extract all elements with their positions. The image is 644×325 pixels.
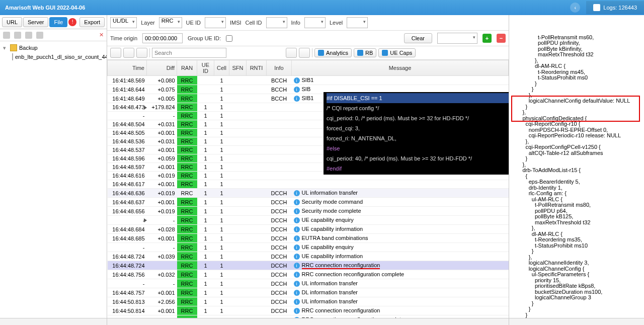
message-text: RRC connection reconfiguration — [302, 307, 380, 313]
message-text: UE capability enquiry — [302, 217, 354, 223]
layer-select[interactable]: RRC — [159, 17, 182, 28]
tree-file[interactable]: enb_lte_pucch1_dl_siso_sr_count_44.log — [3, 52, 104, 61]
prev-icon[interactable] — [123, 48, 134, 58]
level-select[interactable] — [347, 17, 368, 28]
table-row[interactable]: 16:44:50.813+2.056RRC11DCCHiUL informati… — [108, 297, 509, 306]
info-icon: i — [294, 96, 300, 102]
folder-icon — [10, 44, 17, 51]
next-icon[interactable] — [136, 48, 147, 58]
sidebar-hscroll[interactable] — [0, 318, 107, 325]
table-row[interactable]: --RRC11DCCHiUE capability enquiry — [108, 243, 509, 252]
message-text: EUTRA band combinations — [302, 235, 368, 241]
nav-fwd-icon[interactable] — [14, 32, 21, 39]
message-text: SIB — [302, 86, 311, 92]
preset-select[interactable] — [437, 33, 477, 44]
uecaps-button[interactable]: UE Caps — [378, 48, 416, 57]
filter-icon[interactable] — [286, 48, 297, 58]
info-icon: i — [294, 190, 300, 196]
col-header[interactable]: Time — [108, 60, 147, 76]
col-header[interactable]: UE ID — [197, 60, 214, 76]
message-text: UL information transfer — [302, 280, 358, 286]
close-icon[interactable]: ✕ — [99, 32, 104, 38]
cellid-label: Cell ID — [246, 20, 262, 26]
table-row[interactable]: 16:44:48.724RRC11DCCHiRRC connection rec… — [108, 261, 509, 270]
col-header[interactable]: SFN — [229, 60, 247, 76]
nav-back-icon[interactable] — [3, 32, 10, 39]
table-row[interactable]: 16:44:48.685+0.001RRC11DCCHiEUTRA band c… — [108, 234, 509, 243]
expand-icon[interactable]: ▾ — [3, 45, 8, 51]
detail-hscroll[interactable] — [509, 318, 644, 325]
table-row[interactable]: 16:44:50.814+0.001RRC11DCCHiRRC connecti… — [108, 306, 509, 315]
time-origin-input[interactable] — [142, 33, 183, 43]
message-text: UE capability information — [302, 253, 363, 259]
table-row[interactable]: 16:44:48.656+0.019RRC11DCCHiSecurity mod… — [108, 207, 509, 216]
info-icon: i — [294, 199, 300, 205]
table-row[interactable]: 16:44:48.636+0.019RRC11DCCHiUL informati… — [108, 189, 509, 198]
remove-button[interactable]: − — [497, 34, 506, 43]
table-row[interactable]: 16:44:48.684+0.028RRC11DCCHiUE capabilit… — [108, 225, 509, 234]
refresh-icon[interactable] — [36, 32, 43, 39]
col-header[interactable]: Message — [292, 60, 509, 76]
alert-icon[interactable]: ! — [68, 18, 76, 26]
col-header[interactable]: RAN — [177, 60, 197, 76]
info-label: Info — [291, 20, 300, 26]
clear-button[interactable]: Clear — [404, 33, 432, 43]
logs-tab[interactable]: Logs: 126443 — [586, 1, 644, 14]
col-header[interactable]: Info — [267, 60, 292, 76]
grid-hscroll[interactable] — [107, 318, 509, 325]
add-button[interactable]: + — [482, 34, 492, 43]
info-icon: i — [294, 217, 300, 223]
server-tab[interactable]: Server — [23, 17, 48, 27]
reload-icon[interactable] — [110, 48, 121, 58]
ueid-select[interactable] — [205, 17, 226, 28]
ueid-label: UE ID — [186, 20, 201, 26]
info-icon: i — [294, 263, 300, 269]
table-row[interactable]: --RRC11DCCHiUE capability enquiry — [108, 216, 509, 225]
log-grid[interactable]: TimeDiffRANUE IDCellSFNRNTIInfoMessage 1… — [107, 60, 509, 318]
highlight-box — [511, 96, 640, 122]
uldl-select[interactable]: UL/DL — [110, 17, 137, 28]
info-select[interactable] — [304, 17, 326, 28]
info-icon: i — [294, 254, 300, 260]
info-icon: i — [294, 87, 300, 93]
message-text: Security mode complete — [302, 208, 361, 214]
folder-label: Backup — [19, 45, 38, 51]
code-overlay: #if DISABLE_CSI == 1 /* CQI report confi… — [324, 92, 509, 175]
col-header[interactable]: Diff — [147, 60, 177, 76]
table-row[interactable]: --RRC11DCCHiUL information transfer — [108, 279, 509, 288]
export-button[interactable]: Export — [79, 17, 105, 27]
info-icon: i — [294, 226, 300, 232]
nav-up-icon[interactable] — [25, 32, 32, 39]
rb-button[interactable]: RB — [354, 48, 376, 57]
collapse-sidebar-button[interactable]: ‹ — [570, 3, 580, 13]
message-text: SIB1 — [302, 77, 314, 83]
tree-folder[interactable]: ▾ Backup — [3, 43, 104, 52]
rb-icon — [357, 50, 363, 56]
detail-text[interactable]: t-PollRetransmit ms60, pollPDU pInfinity… — [509, 15, 644, 318]
cellid-select[interactable] — [266, 17, 287, 28]
analytics-button[interactable]: Analytics — [314, 48, 352, 57]
table-row[interactable]: 16:44:48.756+0.032RRC11DCCHiRRC connecti… — [108, 270, 509, 279]
col-header[interactable]: RNTI — [247, 60, 267, 76]
layer-label: Layer — [141, 20, 155, 26]
col-header[interactable]: Cell — [214, 60, 229, 76]
table-row[interactable]: 16:41:48.569+0.080RRC1BCCHiSIB1 — [108, 76, 509, 85]
table-row[interactable]: 16:44:48.724+0.039RRC11DCCHiUE capabilit… — [108, 252, 509, 261]
table-row[interactable]: 16:44:50.829+0.015RRC11DCCHiRRC connecti… — [108, 315, 509, 318]
imsi-label: IMSI — [230, 20, 242, 26]
level-label: Level — [330, 20, 343, 26]
info-icon: i — [294, 281, 300, 287]
message-text: UL information transfer — [302, 190, 358, 196]
file-label: enb_lte_pucch1_dl_siso_sr_count_44.log — [15, 54, 107, 60]
table-row[interactable]: 16:44:48.617+0.001RRC11 — [108, 180, 509, 189]
filter2-icon[interactable] — [299, 48, 310, 58]
group-ue-checkbox[interactable] — [226, 35, 232, 42]
info-icon: i — [294, 308, 300, 314]
file-tab[interactable]: File — [49, 17, 67, 27]
chart-icon — [318, 50, 324, 56]
message-text: Security mode command — [302, 199, 363, 205]
url-tab[interactable]: URL — [2, 17, 22, 27]
search-input[interactable] — [152, 48, 226, 58]
table-row[interactable]: 16:44:48.757+0.001RRC11DCCHiDL informati… — [108, 288, 509, 297]
table-row[interactable]: 16:44:48.637+0.001RRC11DCCHiSecurity mod… — [108, 198, 509, 207]
